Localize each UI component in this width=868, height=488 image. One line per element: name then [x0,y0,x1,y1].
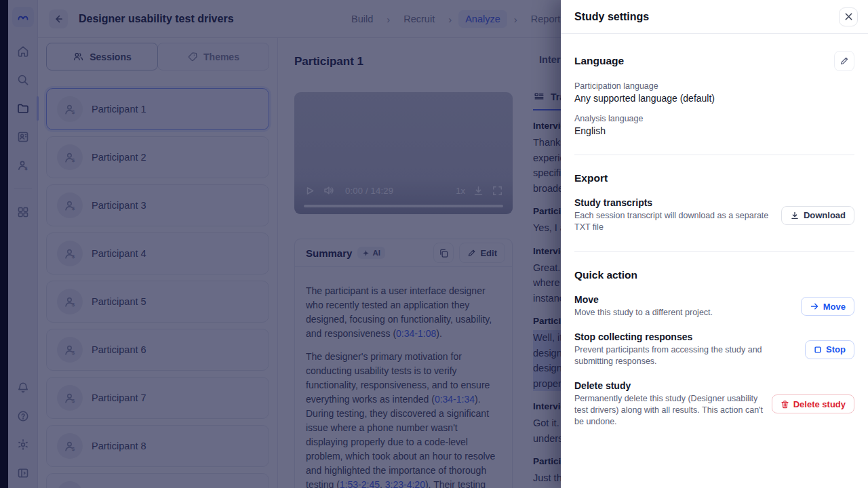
arrow-right-icon [810,302,819,311]
field-label: Participation language [574,81,854,91]
download-icon [790,211,800,220]
delete-study-button[interactable]: Delete study [772,394,854,413]
settings-row-title: Move [574,294,713,305]
settings-row-title: Study transcripts [574,197,781,208]
language-fields: Participation languageAny supported lang… [574,81,854,136]
close-icon[interactable] [839,7,858,26]
stop-square-icon [814,346,822,354]
settings-row-description: Permanently delete this study (Designer … [574,393,772,428]
settings-row: Delete studyPermanently delete this stud… [574,380,854,428]
move-button[interactable]: Move [801,297,854,316]
settings-row-description: Prevent participants from accessing the … [574,344,786,367]
settings-row-description: Each session transcript will download as… [574,210,781,233]
settings-row-info: Stop collecting responsesPrevent partici… [574,331,786,367]
language-field: Analysis languageEnglish [574,114,854,136]
quick-action-rows: MoveMove this study to a different proje… [574,294,854,428]
settings-header: Study settings [561,0,868,34]
section-divider [574,155,854,155]
stop-button[interactable]: Stop [805,340,854,359]
settings-title: Study settings [574,11,649,23]
section-divider [574,251,854,252]
language-field: Participation languageAny supported lang… [574,81,854,104]
pencil-icon [840,56,849,66]
settings-row-title: Stop collecting responses [574,331,786,342]
settings-row-info: Delete studyPermanently delete this stud… [574,380,772,428]
settings-row-info: MoveMove this study to a different proje… [574,294,713,319]
settings-row: Stop collecting responsesPrevent partici… [574,331,854,367]
field-value: Any supported language (default) [574,93,854,104]
settings-row-title: Delete study [574,380,772,391]
settings-body: Language Participation languageAny suppo… [561,51,868,428]
edit-language-button[interactable] [834,51,854,71]
trash-icon [781,400,789,409]
download-button[interactable]: Download [781,206,854,225]
field-label: Analysis language [574,114,854,123]
quick-action-section-heading: Quick action [574,269,637,281]
settings-row: Study transcriptsEach session transcript… [574,197,854,233]
settings-row: MoveMove this study to a different proje… [574,294,854,319]
settings-row-info: Study transcriptsEach session transcript… [574,197,781,233]
study-settings-panel: Study settings Language Participation la… [561,0,868,488]
field-value: English [574,125,854,136]
export-rows: Study transcriptsEach session transcript… [574,197,854,233]
app-window: $ Designer usability test drivers Build›… [0,0,868,488]
language-section-heading: Language [574,55,624,67]
settings-row-description: Move this study to a different project. [574,307,713,319]
export-section-heading: Export [574,172,608,184]
